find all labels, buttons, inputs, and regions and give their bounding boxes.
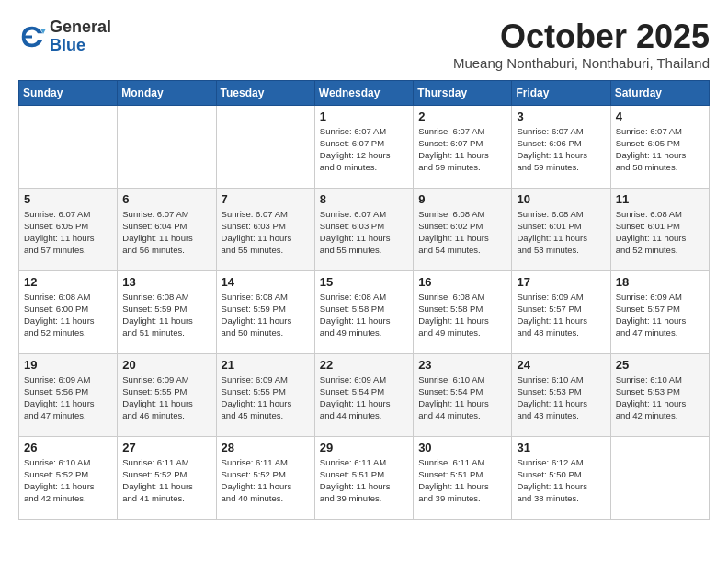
day-number: 26 — [24, 441, 112, 454]
logo-blue: Blue — [50, 37, 111, 55]
calendar-cell: 28Sunrise: 6:11 AM Sunset: 5:52 PM Dayli… — [216, 436, 314, 519]
calendar-cell: 2Sunrise: 6:07 AM Sunset: 6:07 PM Daylig… — [414, 105, 512, 188]
calendar-cell: 24Sunrise: 6:10 AM Sunset: 5:53 PM Dayli… — [512, 353, 610, 436]
calendar-week-1: 5Sunrise: 6:07 AM Sunset: 6:05 PM Daylig… — [19, 188, 710, 270]
day-number: 5 — [24, 192, 112, 206]
calendar-cell: 19Sunrise: 6:09 AM Sunset: 5:56 PM Dayli… — [19, 353, 118, 436]
day-number: 7 — [222, 192, 310, 206]
calendar-header: Sunday Monday Tuesday Wednesday Thursday… — [19, 80, 710, 105]
day-number: 12 — [24, 275, 112, 289]
day-number: 21 — [222, 358, 310, 372]
header-sunday: Sunday — [19, 80, 118, 105]
day-info: Sunrise: 6:07 AM Sunset: 6:05 PM Dayligh… — [616, 125, 704, 174]
day-info: Sunrise: 6:07 AM Sunset: 6:03 PM Dayligh… — [320, 208, 408, 257]
day-number: 2 — [418, 109, 506, 123]
calendar-cell: 23Sunrise: 6:10 AM Sunset: 5:54 PM Dayli… — [414, 353, 512, 436]
day-number: 30 — [418, 441, 506, 454]
logo-text: General Blue — [50, 18, 111, 55]
day-number: 24 — [517, 358, 605, 372]
day-number: 25 — [616, 358, 704, 372]
calendar-cell: 11Sunrise: 6:08 AM Sunset: 6:01 PM Dayli… — [610, 188, 709, 270]
calendar-cell: 13Sunrise: 6:08 AM Sunset: 5:59 PM Dayli… — [118, 270, 216, 353]
calendar-cell: 27Sunrise: 6:11 AM Sunset: 5:52 PM Dayli… — [118, 436, 216, 519]
calendar-cell: 15Sunrise: 6:08 AM Sunset: 5:58 PM Dayli… — [314, 270, 413, 353]
day-info: Sunrise: 6:07 AM Sunset: 6:03 PM Dayligh… — [222, 208, 310, 257]
day-number: 13 — [122, 275, 210, 289]
calendar-cell: 20Sunrise: 6:09 AM Sunset: 5:55 PM Dayli… — [118, 353, 216, 436]
header-thursday: Thursday — [414, 80, 512, 105]
day-info: Sunrise: 6:09 AM Sunset: 5:56 PM Dayligh… — [24, 373, 112, 422]
calendar-cell: 5Sunrise: 6:07 AM Sunset: 6:05 PM Daylig… — [19, 188, 118, 270]
location: Mueang Nonthaburi, Nonthaburi, Thailand — [453, 55, 710, 71]
logo-general: General — [50, 18, 111, 37]
header-tuesday: Tuesday — [216, 80, 314, 105]
header-friday: Friday — [512, 80, 610, 105]
calendar-cell: 31Sunrise: 6:12 AM Sunset: 5:50 PM Dayli… — [512, 436, 610, 519]
page-header: General Blue October 2025 Mueang Nonthab… — [18, 18, 710, 71]
day-number: 22 — [320, 358, 408, 372]
calendar-cell: 18Sunrise: 6:09 AM Sunset: 5:57 PM Dayli… — [610, 270, 709, 353]
day-number: 19 — [24, 358, 112, 372]
calendar-cell: 16Sunrise: 6:08 AM Sunset: 5:58 PM Dayli… — [414, 270, 512, 353]
calendar-cell: 3Sunrise: 6:07 AM Sunset: 6:06 PM Daylig… — [512, 105, 610, 188]
calendar-week-4: 26Sunrise: 6:10 AM Sunset: 5:52 PM Dayli… — [19, 436, 710, 519]
calendar-cell — [610, 436, 709, 519]
calendar-cell: 4Sunrise: 6:07 AM Sunset: 6:05 PM Daylig… — [610, 105, 709, 188]
day-info: Sunrise: 6:11 AM Sunset: 5:51 PM Dayligh… — [418, 456, 506, 505]
day-info: Sunrise: 6:11 AM Sunset: 5:52 PM Dayligh… — [222, 456, 310, 505]
day-info: Sunrise: 6:10 AM Sunset: 5:52 PM Dayligh… — [24, 456, 112, 505]
day-number: 4 — [616, 109, 704, 123]
calendar-week-2: 12Sunrise: 6:08 AM Sunset: 6:00 PM Dayli… — [19, 270, 710, 353]
calendar-week-3: 19Sunrise: 6:09 AM Sunset: 5:56 PM Dayli… — [19, 353, 710, 436]
day-number: 29 — [320, 441, 408, 454]
calendar-cell: 6Sunrise: 6:07 AM Sunset: 6:04 PM Daylig… — [118, 188, 216, 270]
day-info: Sunrise: 6:10 AM Sunset: 5:53 PM Dayligh… — [616, 373, 704, 422]
day-info: Sunrise: 6:09 AM Sunset: 5:54 PM Dayligh… — [320, 373, 408, 422]
calendar-cell: 26Sunrise: 6:10 AM Sunset: 5:52 PM Dayli… — [19, 436, 118, 519]
day-info: Sunrise: 6:07 AM Sunset: 6:07 PM Dayligh… — [320, 125, 408, 174]
day-info: Sunrise: 6:07 AM Sunset: 6:07 PM Dayligh… — [418, 125, 506, 174]
logo: General Blue — [18, 18, 111, 55]
calendar-cell: 25Sunrise: 6:10 AM Sunset: 5:53 PM Dayli… — [610, 353, 709, 436]
day-number: 10 — [517, 192, 605, 206]
calendar-cell: 8Sunrise: 6:07 AM Sunset: 6:03 PM Daylig… — [314, 188, 413, 270]
day-info: Sunrise: 6:10 AM Sunset: 5:53 PM Dayligh… — [517, 373, 605, 422]
day-number: 16 — [418, 275, 506, 289]
month-title: October 2025 — [453, 18, 710, 55]
day-info: Sunrise: 6:08 AM Sunset: 5:59 PM Dayligh… — [122, 291, 210, 339]
day-info: Sunrise: 6:08 AM Sunset: 6:01 PM Dayligh… — [616, 208, 704, 257]
day-info: Sunrise: 6:08 AM Sunset: 6:01 PM Dayligh… — [517, 208, 605, 257]
calendar-cell: 12Sunrise: 6:08 AM Sunset: 6:00 PM Dayli… — [19, 270, 118, 353]
day-info: Sunrise: 6:09 AM Sunset: 5:57 PM Dayligh… — [616, 291, 704, 339]
calendar-cell: 29Sunrise: 6:11 AM Sunset: 5:51 PM Dayli… — [314, 436, 413, 519]
calendar-week-0: 1Sunrise: 6:07 AM Sunset: 6:07 PM Daylig… — [19, 105, 710, 188]
day-number: 15 — [320, 275, 408, 289]
calendar-cell: 30Sunrise: 6:11 AM Sunset: 5:51 PM Dayli… — [414, 436, 512, 519]
calendar-cell — [118, 105, 216, 188]
day-info: Sunrise: 6:08 AM Sunset: 5:58 PM Dayligh… — [418, 291, 506, 339]
header-wednesday: Wednesday — [314, 80, 413, 105]
day-info: Sunrise: 6:07 AM Sunset: 6:04 PM Dayligh… — [122, 208, 210, 257]
day-info: Sunrise: 6:09 AM Sunset: 5:55 PM Dayligh… — [222, 373, 310, 422]
calendar-cell: 9Sunrise: 6:08 AM Sunset: 6:02 PM Daylig… — [414, 188, 512, 270]
header-saturday: Saturday — [610, 80, 709, 105]
title-block: October 2025 Mueang Nonthaburi, Nonthabu… — [453, 18, 710, 71]
calendar-cell: 7Sunrise: 6:07 AM Sunset: 6:03 PM Daylig… — [216, 188, 314, 270]
day-number: 23 — [418, 358, 506, 372]
header-monday: Monday — [118, 80, 216, 105]
day-info: Sunrise: 6:08 AM Sunset: 5:58 PM Dayligh… — [320, 291, 408, 339]
calendar-cell: 21Sunrise: 6:09 AM Sunset: 5:55 PM Dayli… — [216, 353, 314, 436]
day-info: Sunrise: 6:11 AM Sunset: 5:52 PM Dayligh… — [122, 456, 210, 505]
day-info: Sunrise: 6:09 AM Sunset: 5:57 PM Dayligh… — [517, 291, 605, 339]
day-number: 17 — [517, 275, 605, 289]
day-number: 18 — [616, 275, 704, 289]
calendar-cell: 22Sunrise: 6:09 AM Sunset: 5:54 PM Dayli… — [314, 353, 413, 436]
day-number: 8 — [320, 192, 408, 206]
day-info: Sunrise: 6:12 AM Sunset: 5:50 PM Dayligh… — [517, 456, 605, 505]
day-number: 3 — [517, 109, 605, 123]
day-info: Sunrise: 6:07 AM Sunset: 6:05 PM Dayligh… — [24, 208, 112, 257]
day-number: 31 — [517, 441, 605, 454]
day-info: Sunrise: 6:09 AM Sunset: 5:55 PM Dayligh… — [122, 373, 210, 422]
calendar-cell: 14Sunrise: 6:08 AM Sunset: 5:59 PM Dayli… — [216, 270, 314, 353]
day-number: 14 — [222, 275, 310, 289]
